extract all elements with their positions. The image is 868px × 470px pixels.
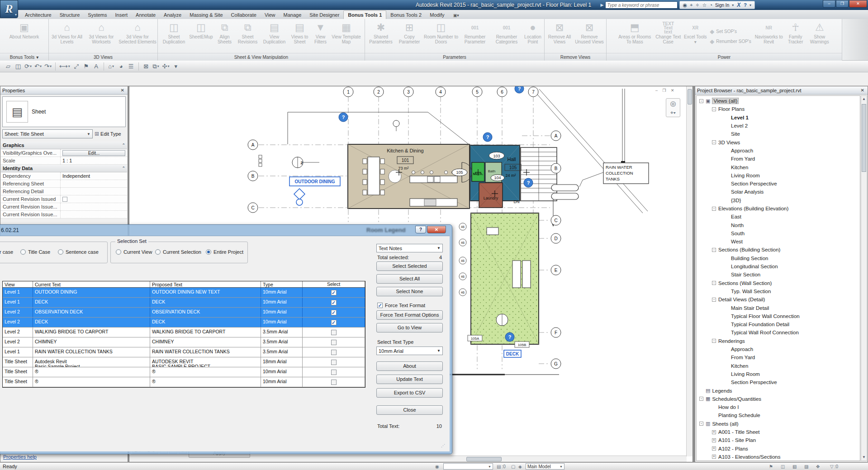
tab-structure[interactable]: Structure (56, 11, 84, 19)
shared-parameters-button[interactable]: ✱Shared Parameters (366, 20, 396, 53)
property-value[interactable] (61, 195, 127, 203)
export-csv-button[interactable]: Export to CSV (376, 388, 443, 398)
resize-grip[interactable]: ⋰ (441, 443, 446, 448)
collapse-icon[interactable]: - (712, 207, 716, 211)
tree-item[interactable]: -▦Schedules/Quantities (697, 395, 860, 403)
tree-item[interactable]: How do I (697, 403, 860, 411)
collapse-icon[interactable]: - (712, 140, 716, 144)
tree-item[interactable]: From Yard (697, 353, 860, 361)
tab-insert[interactable]: Insert (111, 11, 132, 19)
tab-annotate[interactable]: Annotate (132, 11, 160, 19)
tree-item[interactable]: -Elevations (Building Elevation) (697, 204, 860, 213)
tree-item[interactable]: -▣Views (all) (697, 97, 860, 105)
table-row[interactable]: Level 1RAIN WATER COLLECTION TANKSRAIN W… (3, 347, 365, 357)
edit-in-place-icon[interactable]: ◫ (781, 463, 785, 470)
customize-icon[interactable]: ✣▾ (161, 62, 171, 71)
row-checkbox[interactable]: ✓ (331, 290, 337, 295)
tree-item[interactable]: Kitchen (697, 362, 860, 370)
3d-views-worksets-button[interactable]: ⌂3d Views for Worksets (84, 20, 119, 53)
3d-view-selected-button[interactable]: ⌂3d View for Selected Elements (119, 20, 157, 53)
tree-item[interactable]: Living Room (697, 370, 860, 378)
sheet-revisions-button[interactable]: ⧉Sheet Revisions (235, 20, 261, 53)
table-row[interactable]: Level 2CHIMNEYCHIMNEY3.5mm Arial (3, 337, 365, 347)
tree-item[interactable]: -Floor Plans (697, 105, 860, 113)
renumber-parameter-button[interactable]: 001Renumber Parameter (459, 20, 491, 53)
editable-only-toggle[interactable]: ▤:0 (497, 463, 506, 470)
copy-parameter-button[interactable]: ⊞Copy Parameter (396, 20, 423, 53)
search-icon[interactable]: ◉ (683, 2, 688, 8)
search-input[interactable] (605, 1, 678, 9)
tree-item[interactable]: Building Section (697, 254, 860, 262)
view-duplication-button[interactable]: ▤View Duplication (261, 20, 289, 53)
category-dropdown[interactable]: Text Notes▼ (376, 244, 443, 252)
exclude-options-icon[interactable]: ⚑ (769, 463, 773, 470)
tab-bonus-tools-1[interactable]: Bonus Tools 1 (343, 10, 386, 19)
text-icon[interactable]: A (92, 62, 101, 71)
tree-item[interactable]: South (697, 229, 860, 237)
set-sops-button[interactable]: ◆Set SOP's (710, 28, 751, 35)
tree-item[interactable]: Site (697, 130, 860, 138)
synchronize-icon[interactable]: ⟳▾ (24, 62, 33, 71)
row-checkbox[interactable] (331, 360, 337, 365)
tree-item[interactable]: Planting Schedule (697, 411, 860, 419)
redo-icon[interactable]: ↷▾ (43, 62, 52, 71)
property-value[interactable] (61, 203, 127, 210)
case-radio-0[interactable]: wer case (0, 249, 13, 255)
tree-item[interactable]: Longitudinal Section (697, 262, 860, 271)
row-checkbox[interactable]: ✓ (331, 320, 337, 325)
collapse-icon[interactable]: - (712, 107, 716, 111)
steering-wheel-icon[interactable]: ◎ (670, 100, 676, 108)
tab-bonus-tools-2[interactable]: Bonus Tools 2 (386, 11, 426, 19)
select-underlay-icon[interactable]: ▨ (804, 463, 808, 470)
favorites-icon[interactable]: ☆ (702, 2, 707, 8)
sheetemup-button[interactable]: ◫SheetEMup (188, 20, 214, 53)
tree-item[interactable]: Level 2 (697, 122, 860, 130)
selection-set-radio-current-selection[interactable]: Current Selection (155, 249, 201, 255)
tree-item[interactable]: -Renderings (697, 337, 860, 345)
tree-item[interactable]: -Sections (Wall Section) (697, 279, 860, 287)
selection-set-radio-current-view[interactable]: Current View (116, 249, 152, 255)
visibility-edit-button[interactable]: Edit... (62, 150, 125, 156)
row-checkbox[interactable]: ✓ (331, 310, 337, 315)
tree-item[interactable]: West (697, 237, 860, 246)
tree-item[interactable]: -Sections (Building Section) (697, 246, 860, 254)
section-icon[interactable]: ◕ (117, 62, 126, 71)
selection-filter-icon[interactable]: ▽:0 (830, 463, 838, 470)
navisworks-to-revit-button[interactable]: NRNavisworks to Revit (753, 20, 785, 53)
ribbon-display-toggle-icon[interactable]: ▣▾ (451, 12, 461, 19)
case-radio-1[interactable]: Title Case (20, 249, 50, 255)
tab-collaborate[interactable]: Collaborate (227, 11, 261, 19)
property-value[interactable]: Edit... (61, 149, 127, 157)
update-text-button[interactable]: Update Text (376, 375, 443, 384)
property-value[interactable]: Independent (61, 172, 127, 180)
align-sheets-button[interactable]: ⧉Align Sheets (214, 20, 235, 53)
force-text-format-checkbox[interactable]: ✓Force Text Format (377, 303, 425, 308)
select-all-button[interactable]: Select All (376, 274, 443, 284)
collapse-icon[interactable]: - (712, 339, 716, 343)
properties-help-link[interactable]: Properties help (3, 454, 37, 460)
tree-item[interactable]: Main Stair Detail (697, 304, 860, 312)
excel-tools-button[interactable]: XRExcel Tools ▾ (683, 20, 708, 53)
property-value[interactable] (61, 180, 127, 187)
row-checkbox[interactable] (331, 330, 337, 335)
tree-item[interactable]: Section Perspective (697, 378, 860, 386)
worksets-dropdown[interactable]: ▼ (443, 463, 493, 470)
tree-item[interactable]: +A001 - Title Sheet (697, 428, 860, 436)
sign-in-button[interactable]: Sign In (715, 3, 729, 8)
renumber-categories-button[interactable]: 001Renumber Categories (491, 20, 522, 53)
change-text-case-button[interactable]: TEXTTexttextChange Text Case (654, 20, 683, 53)
table-row[interactable]: Title Sheet®®10mm Arial (3, 377, 365, 387)
type-selector[interactable]: ▤ Sheet (2, 96, 126, 127)
application-menu-button[interactable]: R▾ (0, 0, 18, 18)
select-pinned-icon[interactable]: ▧ (792, 463, 797, 470)
collapse-icon[interactable]: - (712, 298, 716, 302)
expand-icon[interactable]: + (712, 455, 716, 459)
tree-item[interactable]: Level 1 (697, 114, 860, 122)
communication-icon[interactable]: ✧ (695, 2, 699, 8)
subscription-icon[interactable]: ⌖ (690, 2, 693, 8)
infocenter-toggle-icon[interactable]: ▶ (601, 3, 604, 7)
tab-modify[interactable]: Modify (426, 11, 448, 19)
table-row[interactable]: Level 2DECKDECK10mm Arial✓ (3, 318, 365, 328)
select-none-button[interactable]: Select None (376, 287, 443, 296)
tab-massing-site[interactable]: Massing & Site (185, 11, 227, 19)
